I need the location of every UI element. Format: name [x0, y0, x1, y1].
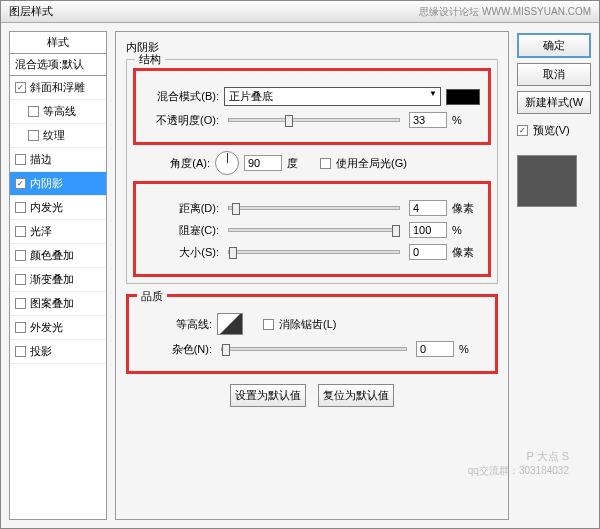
- noise-row: 杂色(N): 0 %: [137, 341, 487, 357]
- style-checkbox[interactable]: [15, 322, 26, 333]
- opacity-value[interactable]: 33: [409, 112, 447, 128]
- style-item-label: 投影: [30, 344, 52, 359]
- noise-unit: %: [459, 343, 487, 355]
- style-item-label: 渐变叠加: [30, 272, 74, 287]
- antialias-label: 消除锯齿(L): [279, 317, 336, 332]
- style-checkbox[interactable]: [28, 130, 39, 141]
- structure-group: 结构 混合模式(B): 正片叠底 不透明度(O): 33 % 角度(A): 90…: [126, 59, 498, 284]
- style-checkbox[interactable]: [15, 250, 26, 261]
- styles-header[interactable]: 样式: [9, 31, 107, 54]
- style-item-label: 内发光: [30, 200, 63, 215]
- choke-unit: %: [452, 224, 480, 236]
- blending-options[interactable]: 混合选项:默认: [9, 54, 107, 76]
- quality-group: 品质 等高线: 消除锯齿(L) 杂色(N): 0 %: [126, 294, 498, 374]
- distance-slider[interactable]: [228, 206, 400, 210]
- distance-label: 距离(D):: [144, 201, 219, 216]
- distance-unit: 像素: [452, 201, 480, 216]
- opacity-label: 不透明度(O):: [144, 113, 219, 128]
- choke-slider[interactable]: [228, 228, 400, 232]
- style-item-内发光[interactable]: 内发光: [10, 196, 106, 220]
- global-light-checkbox[interactable]: [320, 158, 331, 169]
- style-item-内阴影[interactable]: 内阴影: [10, 172, 106, 196]
- styles-sidebar: 样式 混合选项:默认 斜面和浮雕等高线纹理描边内阴影内发光光泽颜色叠加渐变叠加图…: [9, 31, 107, 520]
- style-item-描边[interactable]: 描边: [10, 148, 106, 172]
- style-checkbox[interactable]: [15, 274, 26, 285]
- size-unit: 像素: [452, 245, 480, 260]
- style-item-label: 等高线: [43, 104, 76, 119]
- angle-unit: 度: [287, 156, 315, 171]
- contour-label: 等高线:: [137, 317, 212, 332]
- style-item-label: 内阴影: [30, 176, 63, 191]
- style-item-label: 斜面和浮雕: [30, 80, 85, 95]
- style-item-图案叠加[interactable]: 图案叠加: [10, 292, 106, 316]
- style-checkbox[interactable]: [28, 106, 39, 117]
- style-item-外发光[interactable]: 外发光: [10, 316, 106, 340]
- style-item-label: 颜色叠加: [30, 248, 74, 263]
- style-item-label: 纹理: [43, 128, 65, 143]
- set-default-button[interactable]: 设置为默认值: [230, 384, 306, 407]
- preview-row: 预览(V): [517, 123, 591, 138]
- watermark: P 大点 S qq交流群：303184032: [468, 449, 569, 478]
- style-item-label: 外发光: [30, 320, 63, 335]
- blend-mode-row: 混合模式(B): 正片叠底: [144, 87, 480, 106]
- noise-label: 杂色(N):: [137, 342, 212, 357]
- style-checkbox[interactable]: [15, 202, 26, 213]
- preview-swatch: [517, 155, 577, 207]
- new-style-button[interactable]: 新建样式(W: [517, 91, 591, 114]
- style-item-光泽[interactable]: 光泽: [10, 220, 106, 244]
- angle-dial[interactable]: [215, 151, 239, 175]
- style-checkbox[interactable]: [15, 82, 26, 93]
- quality-legend: 品质: [137, 289, 167, 304]
- contour-picker[interactable]: [217, 313, 243, 335]
- size-label: 大小(S):: [144, 245, 219, 260]
- style-item-斜面和浮雕[interactable]: 斜面和浮雕: [10, 76, 106, 100]
- style-checkbox[interactable]: [15, 226, 26, 237]
- opacity-unit: %: [452, 114, 480, 126]
- style-item-纹理[interactable]: 纹理: [10, 124, 106, 148]
- angle-value[interactable]: 90: [244, 155, 282, 171]
- noise-slider[interactable]: [221, 347, 407, 351]
- style-checkbox[interactable]: [15, 154, 26, 165]
- opacity-slider[interactable]: [228, 118, 400, 122]
- panel-title: 内阴影: [126, 40, 498, 55]
- style-item-label: 描边: [30, 152, 52, 167]
- style-item-等高线[interactable]: 等高线: [10, 100, 106, 124]
- preview-checkbox[interactable]: [517, 125, 528, 136]
- choke-row: 阻塞(C): 100 %: [144, 222, 480, 238]
- style-checkbox[interactable]: [15, 178, 26, 189]
- style-checkbox[interactable]: [15, 298, 26, 309]
- cancel-button[interactable]: 取消: [517, 63, 591, 86]
- style-item-颜色叠加[interactable]: 颜色叠加: [10, 244, 106, 268]
- choke-label: 阻塞(C):: [144, 223, 219, 238]
- distance-row: 距离(D): 4 像素: [144, 200, 480, 216]
- action-buttons: 确定 取消 新建样式(W 预览(V): [517, 31, 591, 520]
- size-value[interactable]: 0: [409, 244, 447, 260]
- highlight-box-1: 混合模式(B): 正片叠底 不透明度(O): 33 %: [133, 68, 491, 145]
- titlebar: 图层样式 思缘设计论坛 WWW.MISSYUAN.COM: [1, 1, 599, 23]
- blend-mode-label: 混合模式(B):: [144, 89, 219, 104]
- ok-button[interactable]: 确定: [517, 33, 591, 58]
- blend-mode-combo[interactable]: 正片叠底: [224, 87, 441, 106]
- noise-value[interactable]: 0: [416, 341, 454, 357]
- size-row: 大小(S): 0 像素: [144, 244, 480, 260]
- highlight-box-2: 距离(D): 4 像素 阻塞(C): 100 % 大小(S): 0 像素: [133, 181, 491, 277]
- distance-value[interactable]: 4: [409, 200, 447, 216]
- window-title: 图层样式: [9, 4, 53, 19]
- style-item-投影[interactable]: 投影: [10, 340, 106, 364]
- layer-style-dialog: 图层样式 思缘设计论坛 WWW.MISSYUAN.COM 样式 混合选项:默认 …: [0, 0, 600, 529]
- preview-label: 预览(V): [533, 123, 570, 138]
- style-item-渐变叠加[interactable]: 渐变叠加: [10, 268, 106, 292]
- antialias-checkbox[interactable]: [263, 319, 274, 330]
- style-checkbox[interactable]: [15, 346, 26, 357]
- angle-row: 角度(A): 90 度 使用全局光(G): [135, 151, 489, 175]
- style-list: 斜面和浮雕等高线纹理描边内阴影内发光光泽颜色叠加渐变叠加图案叠加外发光投影: [9, 76, 107, 520]
- style-item-label: 图案叠加: [30, 296, 74, 311]
- default-buttons: 设置为默认值 复位为默认值: [126, 384, 498, 407]
- size-slider[interactable]: [228, 250, 400, 254]
- color-swatch[interactable]: [446, 89, 480, 105]
- opacity-row: 不透明度(O): 33 %: [144, 112, 480, 128]
- choke-value[interactable]: 100: [409, 222, 447, 238]
- settings-panel: 内阴影 结构 混合模式(B): 正片叠底 不透明度(O): 33 % 角度(A)…: [115, 31, 509, 520]
- contour-row: 等高线: 消除锯齿(L): [137, 313, 487, 335]
- reset-default-button[interactable]: 复位为默认值: [318, 384, 394, 407]
